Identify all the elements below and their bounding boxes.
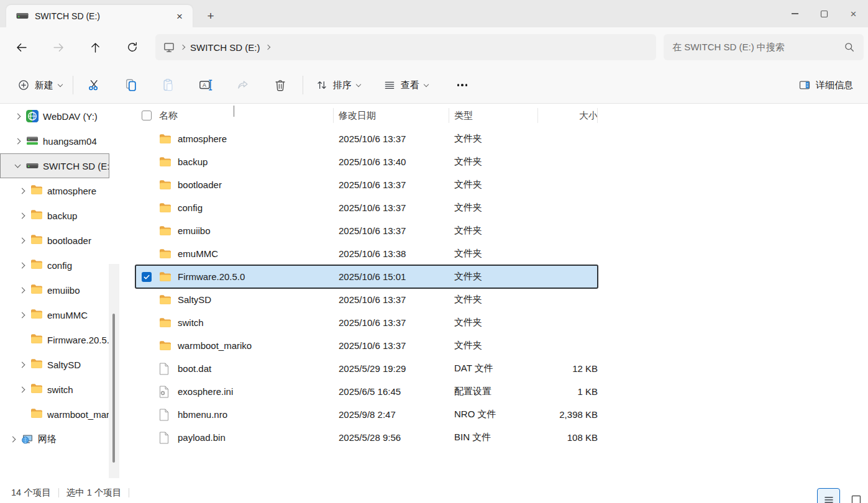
row-checkbox[interactable] — [135, 272, 159, 282]
arrow-left-icon — [15, 41, 28, 54]
file-row[interactable]: emuiibo 2025/10/6 13:37 文件夹 — [135, 219, 598, 242]
chevron-icon[interactable] — [17, 236, 26, 245]
close-button[interactable]: × — [839, 0, 868, 27]
chevron-icon[interactable] — [17, 211, 26, 220]
file-date: 2025/10/6 13:37 — [334, 134, 449, 144]
file-row[interactable]: SaltySD 2025/10/6 13:37 文件夹 — [135, 288, 598, 311]
up-button[interactable] — [85, 37, 106, 58]
file-row[interactable]: switch 2025/10/6 13:37 文件夹 — [135, 311, 598, 334]
this-pc-icon[interactable] — [163, 41, 175, 53]
delete-button[interactable] — [269, 74, 291, 96]
tab-close-icon[interactable]: × — [171, 8, 188, 24]
maximize-button[interactable] — [810, 0, 839, 27]
details-view-toggle[interactable] — [817, 488, 840, 503]
sidebar-item[interactable]: atmosphere — [0, 178, 109, 203]
sidebar-item[interactable]: emuiibo — [0, 278, 109, 302]
sidebar-item-label: warmboot_mariko — [47, 409, 109, 420]
minimize-icon — [792, 13, 798, 14]
trash-icon — [273, 78, 287, 92]
sort-button[interactable]: 排序 — [309, 74, 367, 96]
details-pane-button[interactable]: 详细信息 — [792, 74, 859, 96]
chevron-icon[interactable] — [17, 385, 26, 394]
chevron-down-icon — [356, 81, 361, 86]
sidebar-item[interactable]: WebDAV (Y:) — [0, 104, 109, 129]
file-name: atmosphere — [178, 134, 334, 144]
more-button[interactable] — [449, 74, 476, 96]
chevron-icon[interactable] — [17, 360, 26, 369]
sidebar-item[interactable]: bootloader — [0, 228, 109, 253]
chevron-right-icon[interactable] — [180, 45, 185, 50]
share-button[interactable] — [232, 74, 254, 96]
sidebar-item[interactable]: huangsam04 — [0, 129, 109, 153]
new-button-label: 新建 — [35, 79, 53, 91]
sidebar-item-label: switch — [47, 384, 109, 395]
sidebar-item[interactable]: Firmware.20.5.0 — [0, 327, 109, 352]
file-date: 2025/10/6 13:37 — [334, 340, 449, 351]
file-type: DAT 文件 — [449, 363, 538, 374]
file-row[interactable]: hbmenu.nro 2025/9/8 2:47 NRO 文件 2,398 KB — [135, 403, 598, 426]
file-row[interactable]: emuMMC 2025/10/6 13:38 文件夹 — [135, 242, 598, 265]
chevron-icon[interactable] — [17, 410, 26, 419]
breadcrumb[interactable]: SWITCH SD (E:) — [155, 34, 656, 60]
new-tab-button[interactable]: + — [201, 7, 220, 25]
sidebar-item-label: bootloader — [47, 235, 109, 246]
search-input[interactable]: 在 SWITCH SD (E:) 中搜索 — [664, 34, 864, 60]
paste-button[interactable] — [157, 74, 180, 96]
icons-view-toggle[interactable] — [844, 488, 867, 503]
sidebar-item[interactable]: warmboot_mariko — [0, 402, 109, 427]
sidebar-item[interactable]: SWITCH SD (E:) — [0, 153, 109, 178]
refresh-button[interactable] — [122, 37, 143, 58]
file-row[interactable]: warmboot_mariko 2025/10/6 13:37 文件夹 — [135, 334, 598, 357]
chevron-icon[interactable] — [17, 186, 26, 195]
sidebar-item[interactable]: backup — [0, 203, 109, 228]
chevron-right-icon[interactable] — [265, 45, 270, 50]
file-row[interactable]: Firmware.20.5.0 2025/10/6 15:01 文件夹 — [135, 265, 598, 288]
file-date: 2025/10/6 13:37 — [334, 179, 449, 190]
breadcrumb-item-drive[interactable]: SWITCH SD (E:) — [190, 42, 260, 53]
chevron-icon[interactable] — [13, 112, 22, 120]
tab-switch-sd[interactable]: SWITCH SD (E:) × — [6, 5, 193, 27]
sidebar-item[interactable]: 网络 — [0, 427, 109, 451]
sidebar-item[interactable]: config — [0, 253, 109, 278]
copy-button[interactable] — [120, 74, 142, 96]
column-header-size[interactable]: 大小 — [538, 104, 598, 127]
sidebar-item[interactable]: emuMMC — [0, 302, 109, 327]
sidebar-item[interactable]: switch — [0, 377, 109, 402]
chevron-icon[interactable] — [13, 137, 22, 145]
file-date: 2025/5/28 9:56 — [334, 432, 449, 443]
select-all-checkbox[interactable] — [135, 104, 159, 127]
file-row[interactable]: config 2025/10/6 13:37 文件夹 — [135, 196, 598, 219]
chevron-icon[interactable] — [17, 335, 26, 344]
chevron-icon[interactable] — [17, 286, 26, 294]
file-row[interactable]: backup 2025/10/6 13:40 文件夹 — [135, 150, 598, 173]
back-button[interactable] — [11, 37, 32, 58]
chevron-icon[interactable] — [13, 161, 22, 170]
chevron-icon[interactable] — [17, 261, 26, 270]
details-pane-label: 详细信息 — [816, 79, 853, 91]
file-row[interactable]: payload.bin 2025/5/28 9:56 BIN 文件 108 KB — [135, 426, 598, 449]
file-row[interactable]: exosphere.ini 2025/6/5 16:45 配置设置 1 KB — [135, 380, 598, 403]
column-header-date[interactable]: 修改日期 — [334, 104, 449, 127]
cut-button[interactable] — [83, 74, 105, 96]
column-header-name[interactable]: 名称 — [159, 104, 334, 127]
folder-icon — [30, 333, 43, 346]
chevron-icon[interactable] — [17, 310, 26, 319]
rename-button[interactable]: A — [194, 74, 217, 96]
file-row[interactable]: boot.dat 2025/5/29 19:29 DAT 文件 12 KB — [135, 357, 598, 380]
file-icon — [159, 432, 178, 444]
new-button[interactable]: 新建 — [11, 74, 68, 96]
share-icon — [236, 78, 250, 92]
file-row[interactable]: bootloader 2025/10/6 13:37 文件夹 — [135, 173, 598, 196]
view-button[interactable]: 查看 — [377, 74, 434, 96]
chevron-icon[interactable] — [8, 435, 17, 443]
file-name: backup — [178, 156, 334, 167]
column-header-type[interactable]: 类型 — [449, 104, 538, 127]
search-icon[interactable] — [844, 42, 855, 53]
file-row[interactable]: atmosphere 2025/10/6 13:37 文件夹 — [135, 127, 598, 150]
file-type: 文件夹 — [449, 317, 538, 329]
sidebar-scrollbar-thumb[interactable] — [112, 314, 115, 463]
minimize-button[interactable] — [780, 0, 810, 27]
icons-view-icon — [851, 494, 862, 503]
sidebar-item[interactable]: SaltySD — [0, 352, 109, 377]
forward-button[interactable] — [48, 37, 69, 58]
